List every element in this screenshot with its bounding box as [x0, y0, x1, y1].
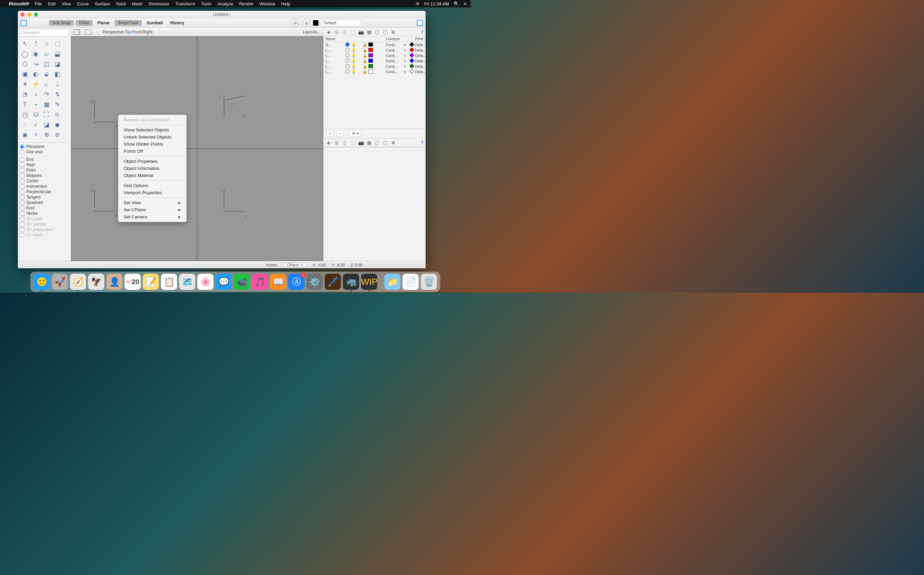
viewport-tab-front[interactable]: Front — [132, 30, 141, 34]
viewport-top-right[interactable]: z y x — [197, 37, 323, 149]
dock-document[interactable]: 📄 — [403, 274, 419, 290]
tool-button-27[interactable]: ✎ — [52, 100, 62, 109]
window-minimize-button[interactable] — [27, 13, 31, 16]
ctx-object-properties[interactable]: Object Properties — [118, 158, 186, 165]
viewport-tab-right[interactable]: Right — [143, 30, 152, 34]
osnap-center[interactable]: Center — [20, 178, 69, 184]
dock-app-maps[interactable]: 🗺️ — [179, 274, 195, 290]
tool-button-14[interactable]: ⬙ — [41, 70, 52, 79]
tool-button-17[interactable]: ⚡ — [31, 79, 41, 89]
viewport-bottom-right[interactable]: z y — [197, 149, 323, 261]
ctx-show-selected-objects[interactable]: Show Selected Objects — [118, 126, 186, 133]
dock-downloads[interactable]: 📁 — [384, 274, 401, 290]
window-close-button[interactable] — [21, 13, 25, 16]
osnap-end[interactable]: End — [20, 157, 69, 162]
remove-layer-button[interactable]: − — [336, 130, 344, 137]
snap-ortho[interactable]: Ortho — [76, 20, 93, 26]
layer-row[interactable]: L...💡🔒Conti...⇅Defa...⇅ — [324, 53, 425, 58]
layer-select-dropdown[interactable]: Default — [321, 19, 362, 26]
ctx-object-information[interactable]: Object Information — [118, 165, 186, 172]
tool-button-34[interactable]: ◪ — [41, 120, 52, 129]
ctx-set-cplane[interactable]: Set CPlane▶ — [118, 206, 186, 213]
viewport-tab-top[interactable]: Top — [125, 30, 131, 34]
menu-extras-icon[interactable]: ≡ — [464, 2, 467, 6]
panel-b-icon[interactable]: ▢ — [382, 140, 388, 145]
panel-a-icon[interactable]: ▢ — [374, 29, 380, 35]
display-icon[interactable]: 🖥 — [390, 140, 396, 145]
layer-header-print[interactable]: Print... — [415, 37, 425, 41]
tool-button-3[interactable]: ⬚ — [52, 39, 62, 49]
tool-button-28[interactable]: ◳ — [20, 110, 30, 119]
tool-button-12[interactable]: ▣ — [20, 70, 30, 79]
target-icon[interactable]: ◎ — [333, 29, 340, 35]
menu-analyze[interactable]: Analyze — [218, 2, 233, 6]
help-icon[interactable]: ? — [421, 29, 424, 35]
snap-planar[interactable]: Planar — [95, 20, 113, 26]
tool-button-36[interactable]: ◉ — [20, 130, 30, 140]
layer-row[interactable]: L...💡🔒Conti...⇅Defa...⇅ — [324, 48, 425, 53]
right-panel-toggle-icon[interactable] — [417, 20, 423, 26]
panel-a-icon[interactable]: ▢ — [374, 140, 380, 145]
ctx-points-off[interactable]: Points Off — [118, 148, 186, 155]
osnap-on-polysurface[interactable]: On polysurface — [20, 227, 69, 232]
menu-curve[interactable]: Curve — [77, 2, 89, 6]
dock-app-rhino5[interactable]: 🦏 — [343, 274, 359, 290]
dock-app-finder[interactable]: 🙂 — [34, 274, 50, 290]
dock-app-notes[interactable]: 📝 — [143, 274, 159, 290]
menu-edit[interactable]: Edit — [48, 2, 55, 6]
tool-button-11[interactable]: ◪ — [52, 59, 62, 69]
tool-button-1[interactable]: ⤴ — [31, 39, 41, 49]
tool-button-23[interactable]: ↯ — [52, 90, 62, 99]
layouts-button[interactable]: Layouts... — [303, 30, 321, 34]
snap-history[interactable]: History — [167, 20, 187, 26]
menu-tools[interactable]: Tools — [201, 2, 211, 6]
ctx-viewport-properties[interactable]: Viewport Properties — [118, 189, 186, 196]
snap-gridsnap[interactable]: Grid Snap — [49, 20, 74, 26]
dock-trash[interactable]: 🗑️ — [421, 274, 437, 290]
layers-icon[interactable]: ◈ — [325, 140, 332, 145]
tool-button-13[interactable]: ◐ — [31, 70, 41, 79]
osnap-perpendicular[interactable]: Perpendicular — [20, 189, 69, 194]
menu-surface[interactable]: Surface — [95, 2, 110, 6]
tool-button-26[interactable]: ▦ — [41, 100, 52, 109]
box-icon[interactable]: ⬚ — [350, 140, 356, 145]
dock-app-illustrator[interactable]: 🖊️ — [325, 274, 341, 290]
tool-button-8[interactable]: ⬡ — [20, 59, 30, 69]
menu-mesh[interactable]: Mesh — [132, 2, 143, 6]
menu-transform[interactable]: Transform — [175, 2, 195, 6]
tool-button-31[interactable]: ⛭ — [52, 110, 62, 119]
osnap-mode-persistent[interactable]: Persistent — [20, 144, 69, 149]
tool-button-21[interactable]: ∘ — [31, 90, 41, 99]
doc-icon[interactable]: ▯ — [342, 29, 348, 35]
current-color-swatch[interactable] — [313, 20, 318, 25]
tool-button-7[interactable]: ⬓ — [52, 49, 62, 59]
osnap-midpoint[interactable]: Midpoint — [20, 173, 69, 178]
target-icon[interactable]: ◎ — [333, 140, 340, 145]
tool-button-9[interactable]: ↝ — [31, 59, 41, 69]
ctx-set-camera[interactable]: Set Camera▶ — [118, 213, 186, 221]
app-name[interactable]: RhinoWIP — [9, 2, 29, 6]
hatch-icon[interactable]: ▦ — [366, 140, 372, 145]
dock-app-itunes[interactable]: 🎵 — [252, 274, 268, 290]
layer-row[interactable]: L...💡🔒Conti...⇅Defa...⇅ — [324, 64, 425, 69]
osnap-on-surface[interactable]: On surface — [20, 221, 69, 227]
spotlight-icon[interactable]: 🔍 — [454, 2, 459, 6]
dock-app-ibooks[interactable]: 📖 — [270, 274, 286, 290]
osnap-mode-oneshot[interactable]: One shot — [20, 149, 69, 155]
tool-button-39[interactable]: ⊘ — [52, 130, 62, 140]
single-view-icon[interactable] — [85, 29, 91, 35]
menu-help[interactable]: Help — [281, 2, 291, 6]
dock-app-safari[interactable]: 🧭 — [70, 274, 86, 290]
tool-button-18[interactable]: ⟀ — [41, 79, 52, 89]
snap-gumball[interactable]: Gumball — [144, 20, 165, 26]
ctx-unlock-selected-objects[interactable]: Unlock Selected Objects — [118, 133, 186, 141]
box-icon[interactable]: ⬚ — [350, 29, 356, 35]
layer-row[interactable]: L...💡🔒Conti...⇅Defa...⇅ — [324, 69, 425, 75]
tool-button-22[interactable]: ↷ — [41, 90, 52, 99]
dock-app-facetime[interactable]: 📹 — [234, 274, 250, 290]
dock-app-contacts[interactable]: 👤 — [106, 274, 123, 290]
window-title[interactable]: Untitled — [213, 12, 230, 17]
ctx-grid-options[interactable]: Grid Options — [118, 182, 186, 189]
four-view-icon[interactable] — [74, 29, 80, 35]
dock-app-launchpad[interactable]: 🚀 — [52, 274, 68, 290]
